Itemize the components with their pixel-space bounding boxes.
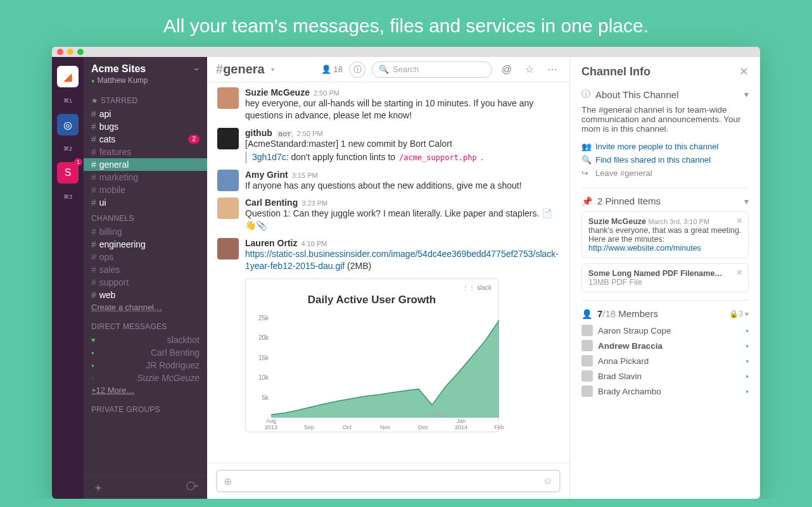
- x-tick: Sep: [304, 424, 314, 430]
- username[interactable]: Carl Benting: [245, 197, 298, 208]
- member-row[interactable]: Anna Pickard●: [581, 353, 749, 368]
- avatar: [581, 325, 593, 336]
- search-history-icon[interactable]: ⧃: [186, 480, 198, 495]
- search-icon: 🔍: [581, 155, 590, 165]
- message: githubBOT2:50 PM[AcmeStandard:master] 1 …: [217, 128, 559, 163]
- leave-link[interactable]: ↪Leave #general: [581, 166, 749, 180]
- svg-marker-0: [271, 320, 499, 418]
- more-dms-link[interactable]: +12 More…: [84, 384, 207, 396]
- mentions-icon[interactable]: @: [498, 61, 515, 78]
- username[interactable]: Amy Grint: [245, 170, 288, 180]
- about-text: The #general channel is for team-wide co…: [581, 105, 749, 134]
- avatar[interactable]: [217, 170, 239, 191]
- member-count[interactable]: 👤18: [321, 65, 343, 74]
- invite-link[interactable]: 👥Invite more people to this channel: [581, 140, 749, 153]
- dm-item[interactable]: slackbot: [84, 334, 207, 346]
- sidebar-item-features[interactable]: # features: [84, 146, 207, 158]
- about-header[interactable]: ⓘAbout This Channel ▾: [581, 89, 749, 100]
- timestamp: 2:50 PM: [314, 89, 339, 97]
- presence-dot: ●: [745, 343, 749, 349]
- chart-attachment[interactable]: ⋮⋮ slackDaily Active User Growth5k10k15k…: [245, 279, 498, 432]
- pinned-item[interactable]: ✕ Some Long Named PDF Filename… 13MB PDF…: [581, 263, 749, 292]
- y-tick: 25k: [252, 315, 269, 322]
- avatar: [581, 340, 593, 351]
- member-row[interactable]: Brady Archambo●: [581, 384, 749, 399]
- chevron-down-icon: ▾: [744, 196, 749, 206]
- timestamp: 3:23 PM: [301, 199, 327, 207]
- team-header[interactable]: Acme Sites Matthew Kump ⌄: [84, 57, 207, 91]
- pinned-item[interactable]: ✕ Suzie McGeuze March 3rd, 3:10 PM thank…: [581, 211, 749, 258]
- right-title: Channel Info: [581, 65, 650, 78]
- message-input[interactable]: ⊕ ☺: [216, 470, 561, 492]
- person-add-icon: 👥: [581, 142, 590, 151]
- close-icon[interactable]: ✕: [736, 216, 743, 225]
- info-icon[interactable]: ⓘ: [349, 61, 365, 78]
- team-name: Acme Sites: [91, 63, 148, 75]
- app-window: ◢ ⌘1 ◎ ⌘2 S 1 ⌘3 Acme Sites Matthew Kump…: [52, 47, 760, 499]
- member-row[interactable]: Brad Slavin●: [581, 368, 749, 384]
- workspace-icon-2[interactable]: ◎: [57, 114, 79, 135]
- presence-dot: ●: [745, 328, 749, 334]
- y-tick: 20k: [252, 334, 269, 341]
- avatar[interactable]: [217, 128, 239, 149]
- dm-item[interactable]: Suzie McGeuze: [84, 372, 207, 384]
- close-icon[interactable]: ✕: [739, 65, 749, 78]
- sidebar-item-bugs[interactable]: # bugs: [84, 120, 207, 133]
- star-icon[interactable]: ☆: [521, 61, 538, 78]
- pinned-header[interactable]: 📌2 Pinned Items ▾: [581, 196, 749, 206]
- center-column: #genera ▾ 👤18 ⓘ 🔍 Search @ ☆ ⋯ Suzie McG…: [207, 57, 570, 499]
- emoji-icon[interactable]: ☺: [543, 475, 553, 487]
- member-row[interactable]: Andrew Braccia●: [581, 338, 749, 353]
- presence-dot: ●: [745, 358, 749, 364]
- username[interactable]: Suzie McGeuze: [245, 87, 310, 97]
- sidebar-item-ui[interactable]: # ui: [84, 196, 207, 209]
- add-icon[interactable]: ＋: [92, 480, 104, 495]
- members-header[interactable]: 👤 7/18 Members 🔒3 ▾: [581, 308, 749, 319]
- search-placeholder: Search: [393, 65, 419, 74]
- sidebar-item-support[interactable]: # support: [84, 276, 207, 289]
- plus-icon[interactable]: ⊕: [224, 475, 232, 487]
- dm-heading: DIRECT MESSAGES: [84, 322, 207, 331]
- dm-item[interactable]: Carl Benting: [84, 346, 207, 359]
- sidebar-item-api[interactable]: # api: [84, 108, 207, 120]
- sidebar-item-marketing[interactable]: # marketing: [84, 171, 207, 184]
- workspace-icon-1[interactable]: ◢: [57, 66, 79, 87]
- close-icon[interactable]: ✕: [736, 268, 743, 277]
- chart-title: Daily Active User Growth: [252, 294, 492, 306]
- sidebar-item-billing[interactable]: # billing: [84, 225, 207, 238]
- zoom-dot[interactable]: [77, 49, 84, 55]
- find-files-link[interactable]: 🔍Find files shared in this channel: [581, 153, 749, 166]
- sidebar-item-engineering[interactable]: # engineering: [84, 238, 207, 251]
- workspace-label-1: ⌘1: [63, 97, 72, 104]
- sidebar-item-general[interactable]: # general: [84, 158, 207, 171]
- close-dot[interactable]: [57, 49, 63, 55]
- more-icon[interactable]: ⋯: [544, 61, 561, 78]
- current-user: Matthew Kump: [91, 76, 148, 85]
- starred-heading: STARRED: [84, 96, 207, 105]
- workspace-icon-3[interactable]: S 1: [57, 162, 79, 184]
- dm-item[interactable]: JR Rodriguez: [84, 359, 207, 372]
- sidebar-item-web[interactable]: # web: [84, 289, 207, 301]
- sidebar-item-ops[interactable]: # ops: [84, 251, 207, 263]
- avatar: [581, 355, 593, 366]
- x-tick: Oct: [343, 424, 352, 430]
- avatar[interactable]: [217, 197, 239, 219]
- pin-icon: 📌: [581, 196, 592, 206]
- timestamp: 2:50 PM: [297, 130, 323, 137]
- chevron-down-icon: ▾: [745, 310, 749, 318]
- sidebar-item-mobile[interactable]: # mobile: [84, 184, 207, 196]
- sidebar-item-sales[interactable]: # sales: [84, 263, 207, 276]
- search-input[interactable]: 🔍 Search: [372, 61, 492, 78]
- username[interactable]: Lauren Ortiz: [245, 238, 297, 248]
- sidebar-item-cats[interactable]: # cats2: [84, 133, 207, 146]
- create-channel-link[interactable]: Create a channel…: [84, 301, 207, 313]
- avatar[interactable]: [217, 238, 239, 260]
- username[interactable]: github: [245, 128, 272, 138]
- channel-name[interactable]: #genera: [216, 62, 265, 77]
- member-row[interactable]: Aaron Straup Cope●: [581, 323, 749, 338]
- avatar[interactable]: [217, 87, 239, 109]
- chevron-down-icon[interactable]: ▾: [271, 66, 274, 73]
- minimize-dot[interactable]: [67, 49, 73, 55]
- hero-tagline: All your team's messages, files and serv…: [0, 0, 812, 42]
- info-icon: ⓘ: [581, 89, 590, 100]
